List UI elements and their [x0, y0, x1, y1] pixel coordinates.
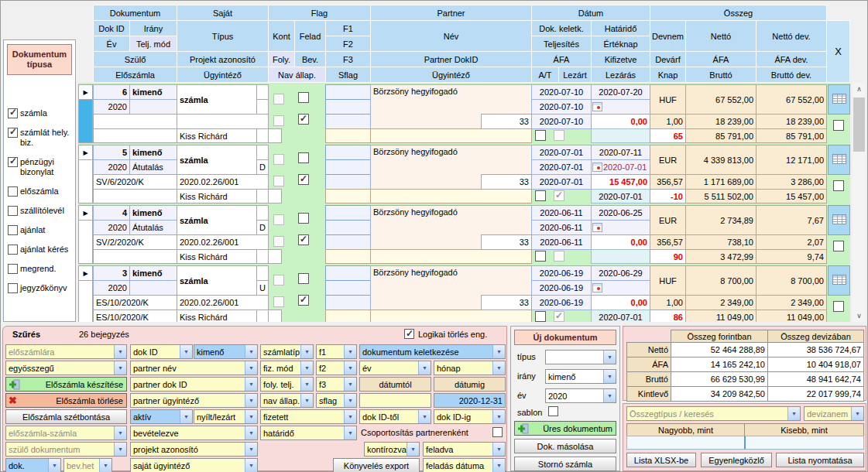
cell-erteknap[interactable]: 2020-07-01: [591, 159, 650, 175]
felad-checkbox[interactable]: [298, 152, 309, 163]
chevron-down-icon[interactable]: ▼: [245, 443, 257, 456]
checkbox-icon[interactable]: [8, 245, 18, 255]
checkbox-icon[interactable]: [8, 264, 18, 274]
row-pointer-icon[interactable]: ▶: [78, 265, 93, 281]
cell-brutto[interactable]: 11 049,00: [685, 310, 756, 322]
cell-ev[interactable]: 2020: [93, 220, 130, 235]
szamlatip-combo[interactable]: számlatíp▼: [260, 344, 314, 359]
cell-partner-dokid[interactable]: 33: [481, 295, 532, 310]
cell-tipus[interactable]: számla: [177, 145, 257, 175]
hatarido-combo[interactable]: határidő▼: [260, 426, 357, 440]
chevron-down-icon[interactable]: ▼: [603, 389, 616, 402]
cell-irany[interactable]: kimenő: [129, 84, 177, 100]
cell-partner-ugyintezo[interactable]: [370, 128, 532, 143]
chevron-down-icon[interactable]: ▼: [300, 361, 313, 375]
doc-type-jegyzokonyv[interactable]: jegyzőkönyv: [8, 283, 74, 293]
doc-type-penzugyi-bizonylat[interactable]: pénzügyi bizonylat: [8, 157, 74, 177]
cell-f3[interactable]: [325, 114, 371, 129]
devizanem-combo[interactable]: devizanem▼: [804, 406, 864, 421]
chevron-down-icon[interactable]: ▼: [114, 345, 126, 358]
cell-afa[interactable]: 738,10: [685, 234, 756, 250]
cell-teljesites[interactable]: 2020-06-11: [531, 220, 592, 235]
table-row[interactable]: ▶ 4 kimenő 2020 Átutalás számla D SV/2/2…: [78, 205, 850, 264]
doc-type-szallitolevel[interactable]: szállítólevél: [8, 206, 74, 216]
cell-netto[interactable]: 67 552,00: [685, 84, 756, 115]
table-row[interactable]: ▶ 6 kimenő 2020 számla Kiss Richárd: [78, 84, 850, 143]
doc-type-ajanlat[interactable]: ajánlat: [8, 225, 74, 235]
cell-devnem[interactable]: HUF: [650, 84, 686, 115]
eloszamlara-combo[interactable]: előszámlára▼: [5, 344, 127, 359]
table-row[interactable]: ▶ 3 kimenő 2020 számla U ES/10/2020/K 20…: [78, 265, 850, 322]
cell-brutto[interactable]: 3 472,99: [685, 249, 756, 264]
cell-afa[interactable]: 18 239,00: [685, 114, 756, 129]
bevetelezve-combo[interactable]: bevételezve▼: [130, 426, 258, 440]
at-checkbox[interactable]: [535, 311, 546, 322]
cell-dok-keletk[interactable]: 2020-07-01: [531, 145, 592, 160]
cell-f3[interactable]: [325, 174, 371, 190]
table-row[interactable]: ▶ 5 kimenő 2020 Átutalás számla D SV/6/2…: [78, 145, 850, 204]
partner-dok-id-combo[interactable]: partner dok ID▼: [130, 377, 258, 392]
cell-small-1[interactable]: [256, 189, 269, 204]
bev-het-combo[interactable]: bev.het▼: [63, 458, 112, 472]
chevron-down-icon[interactable]: ▼: [245, 394, 257, 407]
kontirozva-combo[interactable]: kontírozva▼: [364, 442, 420, 457]
cell-f2[interactable]: [325, 159, 371, 175]
chevron-down-icon[interactable]: ▼: [344, 394, 356, 407]
chevron-down-icon[interactable]: ▼: [180, 345, 192, 358]
row-pointer-icon[interactable]: ▶: [78, 205, 93, 221]
chevron-down-icon[interactable]: ▼: [344, 426, 356, 440]
bev-checkbox[interactable]: [298, 295, 309, 306]
partner-ugyintezo-combo[interactable]: partner ügyintéző▼: [130, 393, 258, 408]
cell-devarf[interactable]: 356,57: [650, 234, 686, 250]
cell-ugyintezo[interactable]: Kiss Richárd: [177, 189, 257, 204]
cell-dok-id[interactable]: 5: [93, 145, 130, 160]
dok-combo[interactable]: dok.▼: [5, 458, 61, 472]
cell-lezaras[interactable]: [591, 249, 650, 264]
scrollbar-thumb[interactable]: [853, 97, 865, 152]
f1-combo[interactable]: f1▼: [316, 344, 357, 359]
at-checkbox[interactable]: [535, 130, 546, 141]
chevron-down-icon[interactable]: ▼: [603, 351, 616, 364]
honap-combo[interactable]: hónap▼: [434, 361, 506, 375]
cell-netto[interactable]: 4 339 813,00: [685, 145, 756, 175]
cell-dok-keletk[interactable]: 2020-06-11: [531, 205, 592, 221]
konyveles-export-button[interactable]: Könyvelés export: [333, 458, 420, 472]
chevron-down-icon[interactable]: ▼: [99, 459, 112, 472]
projekt-azonosito-combo[interactable]: projekt azonosító▼: [130, 442, 258, 457]
cell-dok-keletk[interactable]: 2020-07-10: [531, 84, 592, 100]
row-mark-checkbox[interactable]: [833, 120, 844, 131]
cell-dok-keletk[interactable]: 2020-06-19: [531, 265, 592, 281]
chevron-down-icon[interactable]: ▼: [245, 426, 257, 440]
sflag-combo[interactable]: sflag▼: [316, 393, 357, 408]
chevron-down-icon[interactable]: ▼: [180, 410, 192, 423]
checkbox-icon[interactable]: [8, 206, 18, 216]
cell-partner-ugyintezo[interactable]: [370, 249, 532, 264]
cell-f2[interactable]: [325, 280, 371, 296]
new-ev-combo[interactable]: 2020▼: [545, 388, 616, 403]
chevron-down-icon[interactable]: ▼: [787, 407, 800, 420]
doc-type-megrend[interactable]: megrend.: [8, 264, 74, 274]
chevron-down-icon[interactable]: ▼: [344, 410, 356, 423]
cell-f1[interactable]: [325, 145, 371, 160]
cell-kifizetve[interactable]: 0,00: [591, 114, 650, 129]
row-detail-button[interactable]: [828, 145, 850, 175]
cell-partner-dokid[interactable]: 33: [481, 174, 532, 190]
doc-type-ajanlat-keres[interactable]: ajánlat kérés: [8, 245, 74, 255]
datumig-input[interactable]: 2020-12-31: [434, 393, 506, 408]
cell-telj-mod[interactable]: Átutalás: [129, 220, 177, 235]
chevron-down-icon[interactable]: ▼: [492, 459, 505, 472]
lista-xlsx-button[interactable]: Lista XLSX-be: [626, 453, 696, 467]
cell-afa-dev[interactable]: 3 286,00: [756, 174, 827, 190]
nyilt-lezart-combo[interactable]: nyílt/lezárt▼: [194, 409, 258, 424]
cell-szulo[interactable]: SV/6/2020/K: [93, 174, 177, 190]
dok-id-combo[interactable]: dok ID▼: [130, 344, 193, 359]
checkbox-checked-icon[interactable]: [8, 128, 18, 138]
chevron-down-icon[interactable]: ▼: [492, 443, 505, 456]
cell-lezaras[interactable]: 2020-07-01: [591, 189, 650, 204]
ures-dokumentum-button[interactable]: Üres dokumentum: [514, 421, 616, 436]
cell-ugyintezo[interactable]: Kiss Richárd: [177, 310, 257, 322]
cell-flag[interactable]: D: [256, 159, 269, 175]
cell-flag-top[interactable]: [256, 265, 269, 281]
chevron-down-icon[interactable]: ▼: [245, 378, 257, 391]
chevron-down-icon[interactable]: ▼: [603, 370, 616, 383]
